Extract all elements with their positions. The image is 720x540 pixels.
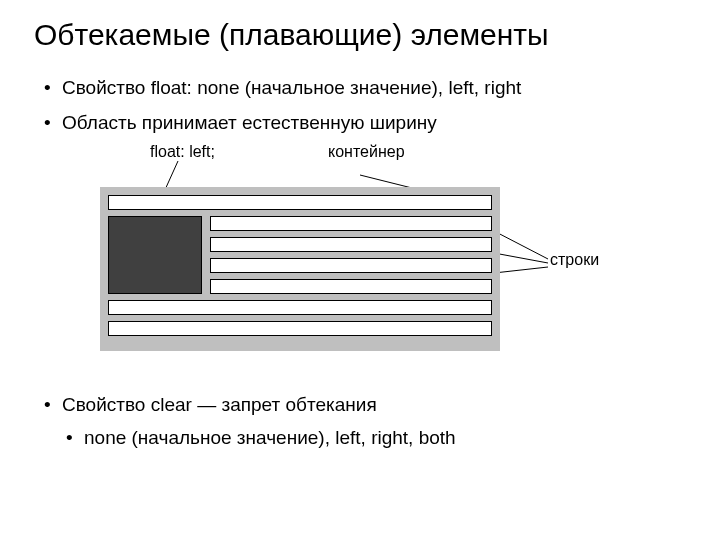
diagram-row bbox=[108, 195, 492, 210]
sub-list: none (начальное значение), left, right, … bbox=[62, 424, 680, 453]
bullet-clear-text: Свойство clear — запрет обтекания bbox=[62, 394, 377, 415]
bullet-natural-width: Область принимает естественную ширину bbox=[40, 109, 680, 138]
diagram-row bbox=[210, 279, 492, 294]
svg-line-4 bbox=[494, 267, 548, 273]
diagram-row bbox=[210, 258, 492, 273]
diagram-row bbox=[108, 300, 492, 315]
diagram-row bbox=[210, 216, 492, 231]
diagram-container bbox=[100, 187, 500, 351]
label-float-left: float: left; bbox=[150, 143, 230, 161]
bullet-list-top: Свойство float: none (начальное значение… bbox=[40, 74, 680, 137]
bullet-clear-property: Свойство clear — запрет обтекания none (… bbox=[40, 391, 680, 452]
diagram-float-box bbox=[108, 216, 202, 294]
diagram-row bbox=[210, 237, 492, 252]
bullet-list-bottom: Свойство clear — запрет обтекания none (… bbox=[40, 391, 680, 452]
label-container: контейнер bbox=[328, 143, 408, 161]
svg-line-2 bbox=[494, 231, 548, 259]
diagram-row bbox=[108, 321, 492, 336]
bullet-float-property: Свойство float: none (начальное значение… bbox=[40, 74, 680, 103]
page-title: Обтекаемые (плавающие) элементы bbox=[34, 18, 680, 52]
label-lines: строки bbox=[550, 251, 600, 269]
float-diagram: float: left; контейнер строки bbox=[80, 143, 640, 373]
svg-line-3 bbox=[494, 253, 548, 263]
bullet-clear-values: none (начальное значение), left, right, … bbox=[62, 424, 680, 453]
